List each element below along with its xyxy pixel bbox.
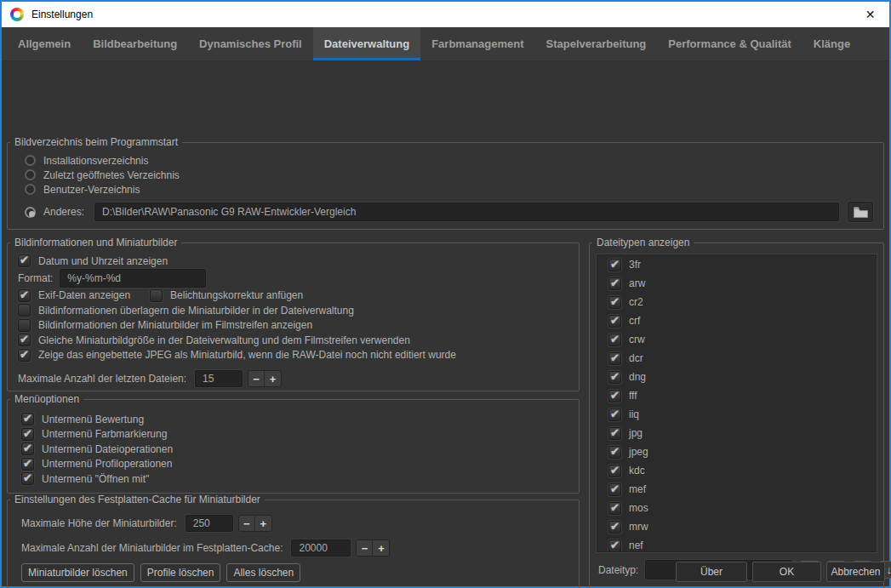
increment-button[interactable]: + <box>265 371 281 386</box>
checkbox-show-exif[interactable] <box>18 289 31 302</box>
checkbox-filetype-nef[interactable] <box>608 539 621 552</box>
list-item[interactable]: dng <box>597 368 876 386</box>
checkbox-row-show-datetime[interactable]: Datum und Uhrzeit anzeigen <box>18 254 568 269</box>
checkbox-embedded-jpeg[interactable] <box>18 349 31 362</box>
list-item[interactable]: crf <box>597 311 876 330</box>
filetype-label: dcr <box>629 352 643 364</box>
checkbox-row-submenu-colorlabel[interactable]: Untermenü Farbmarkierung <box>21 427 568 442</box>
list-item[interactable]: 3fr <box>597 255 876 274</box>
other-directory-path-input[interactable] <box>94 203 839 221</box>
checkbox-filetype-fff[interactable] <box>608 390 621 402</box>
list-item[interactable]: jpeg <box>597 442 876 461</box>
list-item[interactable]: mef <box>597 480 876 499</box>
tab-allgemein[interactable]: Allgemein <box>7 27 82 60</box>
radio-row-install-dir[interactable]: Installationsverzeichnis <box>25 153 873 168</box>
checkbox-row-submenu-openwith[interactable]: Untermenü "Öffnen mit" <box>21 471 568 487</box>
list-item[interactable]: kdc <box>597 461 876 480</box>
checkbox-submenu-rating[interactable] <box>21 413 34 425</box>
decrement-button[interactable]: − <box>239 516 255 531</box>
tab-stapelverarbeitung[interactable]: Stapelverarbeitung <box>535 27 658 60</box>
checkbox-submenu-colorlabel[interactable] <box>21 428 34 441</box>
checkbox-filetype-mrw[interactable] <box>608 521 621 534</box>
checkbox-label: Datum und Uhrzeit anzeigen <box>38 255 168 267</box>
filetype-label: jpeg <box>629 446 648 458</box>
filetype-label: fff <box>629 390 637 402</box>
list-item[interactable]: mos <box>597 499 876 517</box>
tab-farbmanagement[interactable]: Farbmanagement <box>420 27 534 60</box>
tab-dynamisches-profil[interactable]: Dynamisches Profil <box>188 27 313 60</box>
radio-row-last-dir[interactable]: Zuletzt geöffnetes Verzeichnis <box>25 168 873 182</box>
filetype-label: mef <box>629 483 646 495</box>
max-thumb-count-input[interactable] <box>291 539 351 557</box>
checkbox-filetype-iiq[interactable] <box>608 408 621 421</box>
radio-user-dir[interactable] <box>25 184 36 195</box>
checkbox-overlay-info[interactable] <box>18 304 31 317</box>
date-format-input[interactable] <box>60 269 206 288</box>
checkbox-filetype-arw[interactable] <box>608 277 621 290</box>
about-button[interactable]: Über <box>676 562 747 582</box>
list-item[interactable]: nef <box>597 536 876 552</box>
list-item[interactable]: fff <box>597 386 876 405</box>
checkbox-filetype-kdc[interactable] <box>608 465 621 477</box>
stepper-buttons: − + <box>248 370 282 387</box>
checkbox-filetype-crf[interactable] <box>608 315 621 328</box>
checkbox-submenu-openwith[interactable] <box>21 472 34 485</box>
checkbox-row-embedded-jpeg[interactable]: Zeige das eingebettete JPEG als Miniatur… <box>18 348 568 363</box>
tab-label: Klänge <box>814 37 850 50</box>
checkbox-row-overlay-info[interactable]: Bildinformationen überlagern die Miniatu… <box>18 303 568 318</box>
clear-profiles-button[interactable]: Profile löschen <box>140 563 221 582</box>
tab-bildbearbeitung[interactable]: Bildbearbeitung <box>82 27 188 60</box>
radio-row-user-dir[interactable]: Benutzer-Verzeichnis <box>25 182 873 197</box>
radio-install-dir[interactable] <box>25 155 36 166</box>
list-item[interactable]: cr2 <box>597 293 876 311</box>
increment-button[interactable]: + <box>255 516 271 531</box>
checkbox-submenu-profileops[interactable] <box>21 458 34 471</box>
checkbox-append-exposure[interactable] <box>150 289 163 302</box>
tab-label: Stapelverarbeitung <box>546 37 647 50</box>
close-button[interactable]: ✕ <box>851 2 889 27</box>
group-title: Einstellungen des Festplatten-Cache für … <box>10 494 265 505</box>
checkbox-row-submenu-profileops[interactable]: Untermenü Profiloperationen <box>21 457 568 472</box>
list-item[interactable]: crw <box>597 330 876 349</box>
list-item[interactable]: iiq <box>597 405 876 424</box>
checkbox-filetype-dcr[interactable] <box>608 352 621 365</box>
checkbox-filetype-mef[interactable] <box>608 483 621 496</box>
checkbox-filetype-jpeg[interactable] <box>608 446 621 459</box>
tab-dateiverwaltung[interactable]: Dateiverwaltung <box>313 27 420 60</box>
recent-files-input[interactable] <box>195 370 243 387</box>
radio-last-dir[interactable] <box>25 169 36 180</box>
checkbox-filetype-crw[interactable] <box>608 334 621 346</box>
browse-folder-button[interactable] <box>848 202 873 222</box>
checkbox-filetype-cr2[interactable] <box>608 296 621 309</box>
clear-all-button[interactable]: Alles löschen <box>226 563 300 582</box>
decrement-button[interactable]: − <box>357 540 373 556</box>
list-item[interactable]: arw <box>597 274 876 293</box>
checkbox-row-submenu-rating[interactable]: Untermenü Bewertung <box>21 412 568 427</box>
checkbox-row-same-thumb-size[interactable]: Gleiche Miniaturbildgröße in der Dateive… <box>18 333 568 348</box>
decrement-button[interactable]: − <box>248 371 265 386</box>
checkbox-submenu-fileops[interactable] <box>21 442 34 455</box>
radio-other-dir[interactable] <box>25 207 36 218</box>
checkbox-row-submenu-fileops[interactable]: Untermenü Dateioperationen <box>21 442 568 457</box>
checkbox-same-thumb-size[interactable] <box>18 334 31 346</box>
cancel-button[interactable]: Abbrechen <box>826 562 885 582</box>
checkbox-row-filmstrip-info[interactable]: Bildinformationen der Miniaturbilder im … <box>18 318 568 334</box>
clear-thumbnails-button[interactable]: Miniaturbilder löschen <box>21 563 134 582</box>
checkbox-filmstrip-info[interactable] <box>18 319 31 332</box>
file-types-list[interactable]: 3fr arw cr2 crf crw dcr dng fff iiq jpg … <box>597 254 877 552</box>
group-image-info-thumbnails: Bildinformationen und Miniaturbilder Dat… <box>7 243 580 391</box>
tab-performance-qualitaet[interactable]: Performance & Qualität <box>657 27 802 60</box>
checkbox-filetype-3fr[interactable] <box>608 259 621 271</box>
checkbox-show-datetime[interactable] <box>18 254 31 267</box>
increment-button[interactable]: + <box>373 540 389 556</box>
list-item[interactable]: jpg <box>597 424 876 442</box>
checkbox-filetype-dng[interactable] <box>608 371 621 384</box>
ok-button[interactable]: OK <box>752 562 821 582</box>
list-item[interactable]: dcr <box>597 349 876 368</box>
max-thumb-height-input[interactable] <box>186 515 233 532</box>
checkbox-filetype-jpg[interactable] <box>608 427 621 440</box>
settings-dialog: Einstellungen ✕ Allgemein Bildbearbeitun… <box>0 0 891 588</box>
list-item[interactable]: mrw <box>597 517 876 536</box>
tab-klaenge[interactable]: Klänge <box>802 27 861 60</box>
checkbox-filetype-mos[interactable] <box>608 502 621 515</box>
